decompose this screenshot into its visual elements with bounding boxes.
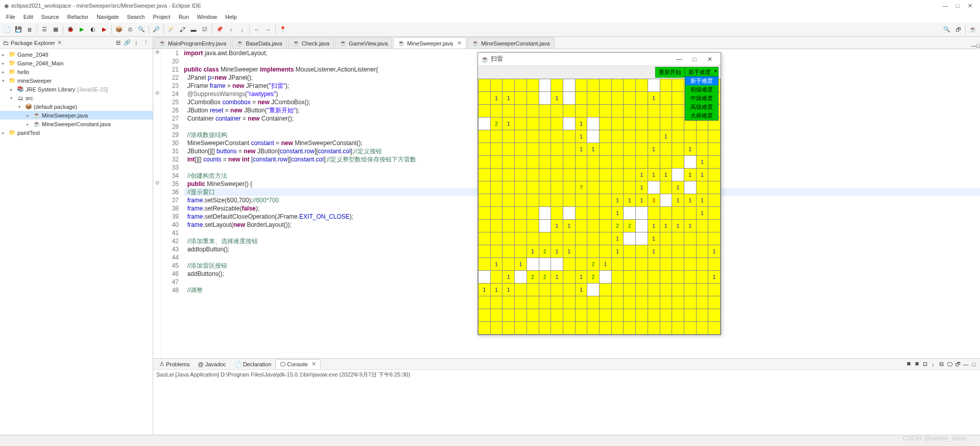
- mine-cell[interactable]: [697, 284, 708, 296]
- mine-cell[interactable]: [527, 169, 539, 181]
- mine-cell[interactable]: 1: [612, 245, 624, 257]
- prev-ann-icon[interactable]: ↑: [226, 25, 236, 35]
- mine-cell[interactable]: 2: [539, 271, 551, 283]
- mine-cell[interactable]: [612, 271, 624, 283]
- tree-item[interactable]: ▾📦(default package): [0, 102, 153, 111]
- mine-cell[interactable]: [503, 322, 514, 334]
- editor-tab[interactable]: ☕MainProgramEntry.java: [154, 37, 231, 49]
- mine-cell[interactable]: [660, 79, 672, 91]
- mine-cell[interactable]: 1: [648, 143, 660, 155]
- mine-cell[interactable]: [624, 258, 635, 270]
- mine-cell[interactable]: [527, 79, 539, 91]
- mine-cell[interactable]: [624, 118, 635, 130]
- mine-grid[interactable]: 1111211111111111111?11111311111112211111…: [478, 79, 721, 335]
- mine-cell[interactable]: [612, 322, 624, 334]
- mine-cell[interactable]: 1: [636, 169, 648, 181]
- mine-cell[interactable]: [660, 284, 672, 296]
- mine-cell[interactable]: [515, 220, 527, 232]
- mine-cell[interactable]: [539, 194, 551, 206]
- mine-cell[interactable]: [708, 207, 720, 219]
- mine-cell[interactable]: [515, 296, 527, 309]
- mine-cell[interactable]: [636, 105, 648, 117]
- mine-cell[interactable]: [672, 245, 684, 257]
- mine-cell[interactable]: [515, 181, 527, 194]
- mine-cell[interactable]: [527, 284, 539, 296]
- mine-cell[interactable]: [600, 284, 611, 296]
- mine-cell[interactable]: [697, 143, 708, 155]
- mine-cell[interactable]: [697, 309, 708, 321]
- mine-cell[interactable]: [708, 156, 720, 168]
- mine-cell[interactable]: [612, 258, 624, 270]
- next-ann-icon[interactable]: ↓: [237, 25, 247, 35]
- mine-cell[interactable]: [684, 309, 696, 321]
- mine-cell[interactable]: [527, 92, 539, 104]
- mine-cell[interactable]: [491, 156, 503, 168]
- mine-cell[interactable]: [684, 232, 696, 245]
- mine-cell[interactable]: [600, 105, 611, 117]
- mine-cell[interactable]: [551, 284, 563, 296]
- mine-cell[interactable]: [491, 181, 503, 194]
- mine-cell[interactable]: 3: [648, 194, 660, 206]
- menu-navigate[interactable]: Navigate: [92, 13, 123, 21]
- debug-icon[interactable]: 🐞: [65, 25, 76, 35]
- tree-item[interactable]: ▾📁mineSweeper: [0, 76, 153, 85]
- mine-cell[interactable]: 1: [576, 271, 587, 283]
- mine-cell[interactable]: [527, 194, 539, 206]
- mine-cell[interactable]: 1: [672, 220, 684, 232]
- mine-cell[interactable]: 1: [612, 194, 624, 206]
- mine-cell[interactable]: [515, 118, 527, 130]
- mine-cell[interactable]: [539, 143, 551, 155]
- mine-cell[interactable]: [697, 181, 708, 194]
- mine-cell[interactable]: [515, 105, 527, 117]
- mine-cell[interactable]: [479, 169, 490, 181]
- java-persp-icon[interactable]: ☕: [968, 25, 978, 35]
- mine-cell[interactable]: 1: [503, 92, 514, 104]
- mine-cell[interactable]: [708, 258, 720, 270]
- mine-cell[interactable]: 1: [660, 169, 672, 181]
- mine-cell[interactable]: [479, 105, 490, 117]
- mine-cell[interactable]: [587, 207, 599, 219]
- mine-cell[interactable]: [636, 258, 648, 270]
- mine-cell[interactable]: [672, 130, 684, 143]
- mine-cell[interactable]: 1: [697, 194, 708, 206]
- mine-cell[interactable]: [551, 309, 563, 321]
- mine-cell[interactable]: [515, 271, 527, 283]
- mine-cell[interactable]: [587, 296, 599, 309]
- mine-cell[interactable]: [600, 118, 611, 130]
- mine-cell[interactable]: [563, 258, 575, 270]
- mine-cell[interactable]: [672, 232, 684, 245]
- window-minimize[interactable]: —: [939, 3, 951, 9]
- mine-cell[interactable]: [672, 79, 684, 91]
- tab-close-icon[interactable]: ✕: [457, 40, 462, 46]
- mine-cell[interactable]: [563, 92, 575, 104]
- mine-cell[interactable]: [600, 92, 611, 104]
- mine-cell[interactable]: [563, 309, 575, 321]
- save-all-icon[interactable]: 🗎: [25, 25, 35, 35]
- mine-cell[interactable]: [697, 296, 708, 309]
- mine-cell[interactable]: [672, 207, 684, 219]
- mine-cell[interactable]: [636, 207, 648, 219]
- mine-cell[interactable]: [600, 271, 611, 283]
- mine-cell[interactable]: [551, 194, 563, 206]
- mine-cell[interactable]: [708, 169, 720, 181]
- mine-cell[interactable]: [479, 271, 490, 283]
- filter-icon[interactable]: ⫶: [132, 39, 140, 47]
- mine-cell[interactable]: [515, 194, 527, 206]
- mine-cell[interactable]: 1: [551, 245, 563, 257]
- mine-cell[interactable]: [551, 207, 563, 219]
- mine-cell[interactable]: [479, 232, 490, 245]
- editor-tab[interactable]: ☕MineSweeper.java✕: [393, 37, 466, 49]
- mine-cell[interactable]: 1: [672, 181, 684, 194]
- editor-tab[interactable]: ☕Check.java: [288, 37, 334, 49]
- mine-cell[interactable]: [684, 322, 696, 334]
- tree-item[interactable]: ▸☕MineSweeper.java: [0, 111, 153, 120]
- open-persp-icon[interactable]: 🗗: [953, 25, 963, 35]
- mine-cell[interactable]: [515, 143, 527, 155]
- mine-cell[interactable]: [624, 105, 635, 117]
- mine-cell[interactable]: [587, 232, 599, 245]
- mine-cell[interactable]: [600, 322, 611, 334]
- mine-cell[interactable]: [563, 194, 575, 206]
- mine-cell[interactable]: [551, 181, 563, 194]
- mine-cell[interactable]: [563, 79, 575, 91]
- mine-cell[interactable]: [539, 92, 551, 104]
